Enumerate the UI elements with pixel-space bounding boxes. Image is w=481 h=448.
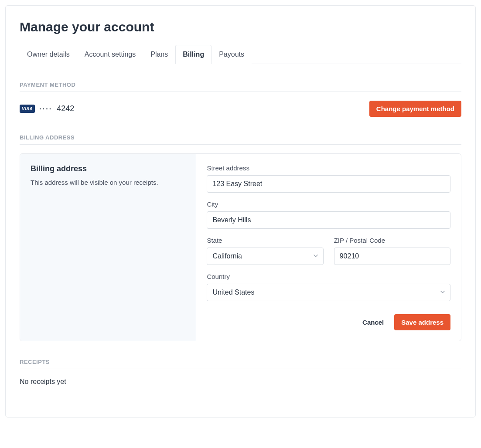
billing-address-info: Billing address This address will be vis… [20,154,196,341]
tab-plans[interactable]: Plans [143,45,175,64]
label-city: City [207,200,450,208]
tab-account-settings[interactable]: Account settings [77,45,143,64]
page-title: Manage your account [20,20,461,34]
cancel-button[interactable]: Cancel [362,319,384,326]
tab-owner-details[interactable]: Owner details [20,45,77,64]
section-label-receipts: RECEIPTS [20,359,461,369]
section-label-billing-address: BILLING ADDRESS [20,134,461,145]
billing-address-form: Street address City State [196,154,461,341]
account-card: Manage your account Owner details Accoun… [5,5,476,417]
payment-method-row: VISA ···· 4242 Change payment method [20,101,461,117]
zip-input[interactable] [334,248,450,265]
state-select[interactable] [207,248,323,265]
country-select[interactable] [207,284,450,301]
tab-payouts[interactable]: Payouts [212,45,252,64]
street-address-input[interactable] [207,175,450,193]
change-payment-method-button[interactable]: Change payment method [369,101,461,117]
billing-address-title: Billing address [31,164,185,173]
save-address-button[interactable]: Save address [394,314,450,330]
card-brand-icon: VISA [20,105,35,113]
card-info: VISA ···· 4242 [20,104,74,113]
card-last4: 4242 [57,104,74,113]
label-state: State [207,237,323,244]
tab-bar: Owner details Account settings Plans Bil… [20,45,461,64]
receipts-empty-text: No receipts yet [20,378,461,386]
card-mask-dots: ···· [39,105,52,113]
form-actions: Cancel Save address [207,314,450,330]
billing-address-description: This address will be visible on your rec… [31,178,185,187]
city-input[interactable] [207,211,450,229]
billing-address-panel: Billing address This address will be vis… [20,153,461,341]
label-street-address: Street address [207,164,450,172]
section-label-payment-method: PAYMENT METHOD [20,81,461,92]
tab-billing[interactable]: Billing [175,45,212,64]
label-zip: ZIP / Postal Code [334,237,450,244]
label-country: Country [207,273,450,280]
